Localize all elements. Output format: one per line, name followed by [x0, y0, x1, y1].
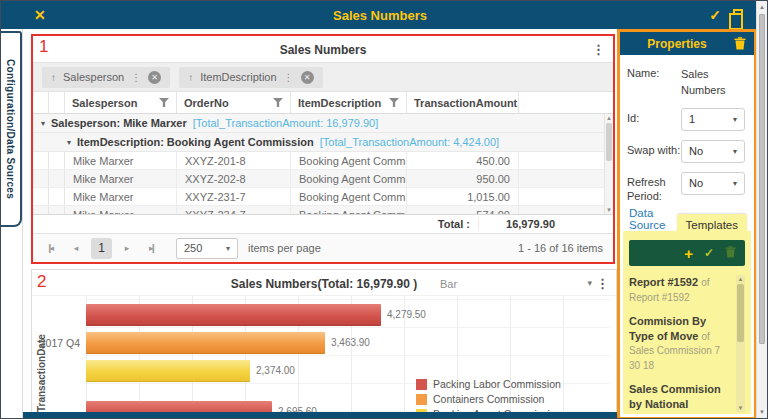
group-chip-salesperson[interactable]: ↑ Salesperson ⋮ ✕: [42, 67, 170, 88]
total-label: Total :: [33, 218, 479, 230]
column-header-transactionamount[interactable]: TransactionAmount: [407, 92, 519, 113]
copy-icon[interactable]: [733, 9, 743, 22]
scroll-down-icon[interactable]: ▼: [736, 405, 745, 411]
grid-vertical-scrollbar[interactable]: ▲ ▼: [604, 114, 613, 214]
filter-icon[interactable]: [159, 98, 169, 107]
last-page-button[interactable]: ▸❙: [142, 239, 160, 257]
chevron-down-icon: ▾: [733, 115, 737, 124]
items-per-page-label: items per page: [248, 242, 321, 254]
table-row[interactable]: Mike Marxer XXYZ-202-8 Booking Agent Com…: [33, 170, 613, 188]
refresh-period-select[interactable]: No ▾: [681, 172, 745, 195]
category-label: 2017 Q4: [38, 337, 80, 349]
chart-menu-icon[interactable]: ⋮: [596, 276, 609, 291]
chart-panel: Sales Numbers(Total: 16,979.90 ) Bar ▾ ⋮…: [31, 269, 617, 413]
window-bottom-frame: [23, 412, 617, 419]
y-axis-title: TransactionDate: [36, 302, 47, 412]
chart-legend: Packing Labor Commission Containers Comm…: [416, 378, 561, 413]
page-size-select[interactable]: 250 ▾: [176, 238, 238, 259]
properties-title: Properties: [620, 37, 734, 51]
templates-panel: + ✓ Report #1592 of Report #1592 Commisi…: [623, 231, 751, 414]
templates-list: Report #1592 of Report #1592 Commision B…: [629, 275, 745, 414]
id-select[interactable]: 1 ▾: [681, 108, 745, 131]
bar-value-label: 4,279.50: [387, 309, 426, 320]
first-page-button[interactable]: ❙◂: [43, 239, 61, 257]
field-id: Id: 1 ▾: [627, 108, 747, 131]
legend-swatch-red: [416, 379, 427, 390]
chart-panel-header: Sales Numbers(Total: 16,979.90 ) Bar ▾ ⋮: [32, 270, 616, 296]
remove-group-icon[interactable]: ✕: [148, 71, 161, 84]
name-value: Sales Numbers: [681, 63, 743, 99]
group-row-salesperson[interactable]: ▾ Salesperson: Mike Marxer [Total_Transa…: [33, 114, 613, 133]
window-vertical-scrollbar[interactable]: ▲ ▼: [756, 1, 767, 418]
scroll-up-icon[interactable]: ▲: [736, 276, 745, 282]
annotation-number-1: 1: [39, 37, 48, 57]
group-chip-itemdescription[interactable]: ↑ ItemDescription ⋮ ✕: [179, 67, 322, 88]
expand-column: [33, 92, 49, 113]
bar-chart: TransactionDate 4,279.50 3,463.90 2017 Q…: [32, 296, 616, 412]
chevron-down-icon: ▾: [733, 147, 737, 156]
chip-menu-icon[interactable]: ⋮: [131, 72, 141, 83]
grid-title: Sales Numbers: [33, 43, 613, 57]
total-value: 16,979.90: [479, 218, 555, 230]
annotation-box-grid: 1 Sales Numbers ⋮ ↑ Salesperson ⋮ ✕ ↑ It…: [31, 34, 615, 264]
scroll-up-icon[interactable]: ▲: [757, 4, 767, 10]
sort-asc-icon: ↑: [188, 72, 193, 83]
column-header-salesperson[interactable]: Salesperson: [65, 92, 177, 113]
grid-pager: ❙◂ ◂ 1 ▸ ▸❙ 250 ▾ items per page 1 - 16 …: [33, 234, 613, 262]
grid-menu-icon[interactable]: ⋮: [592, 42, 605, 57]
confirm-icon[interactable]: ✓: [709, 7, 721, 23]
current-page-button[interactable]: 1: [91, 238, 112, 259]
scrollbar-thumb[interactable]: [737, 284, 744, 342]
add-template-icon[interactable]: +: [684, 246, 693, 261]
configuration-data-sources-tab[interactable]: Configuration/Data Sources: [1, 31, 22, 227]
configuration-data-sources-label: Configuration/Data Sources: [5, 59, 16, 199]
bar-containers-q4[interactable]: 3,463.90 2017 Q4: [86, 332, 325, 354]
chevron-down-icon: ▾: [226, 244, 230, 253]
legend-item[interactable]: Containers Commission: [416, 393, 561, 405]
grid-column-headers: Salesperson OrderNo ItemDescription Tran…: [33, 92, 613, 114]
column-header-itemdescription[interactable]: ItemDescription: [291, 92, 407, 113]
column-header-orderno[interactable]: OrderNo: [177, 92, 291, 113]
chart-type-select[interactable]: Bar: [440, 278, 457, 290]
scroll-down-icon[interactable]: ▼: [605, 207, 613, 213]
table-row[interactable]: Mike Marxer XXYZ-201-8 Booking Agent Com…: [33, 152, 613, 170]
bar-packing-labor-q4[interactable]: 4,279.50: [86, 304, 381, 326]
templates-scrollbar[interactable]: ▲ ▼: [736, 275, 745, 412]
properties-panel: Properties Name: Sales Numbers Id: 1 ▾ S…: [617, 29, 757, 419]
scrollbar-thumb[interactable]: [759, 14, 765, 344]
delete-template-icon[interactable]: [725, 246, 736, 260]
grid-panel: Sales Numbers ⋮ ↑ Salesperson ⋮ ✕ ↑ Item…: [33, 36, 613, 262]
chevron-down-icon[interactable]: ▾: [587, 278, 592, 288]
grid-group-bar: ↑ Salesperson ⋮ ✕ ↑ ItemDescription ⋮ ✕: [33, 62, 613, 92]
window-title: Sales Numbers: [1, 8, 759, 23]
list-item[interactable]: Sales Commision by National Account of S…: [629, 382, 733, 414]
chevron-down-icon: ▾: [733, 179, 737, 188]
bar-booking-agent-q4[interactable]: 2,374.00: [86, 360, 250, 382]
filter-icon[interactable]: [273, 98, 283, 107]
apply-template-icon[interactable]: ✓: [704, 246, 714, 260]
list-item[interactable]: Report #1592 of Report #1592: [629, 275, 733, 305]
table-row[interactable]: Mike Marxer XXYZ-234-7 Booking Agent Com…: [33, 206, 613, 214]
delete-icon[interactable]: [734, 37, 746, 52]
list-item[interactable]: Commision By Type of Move of Sales Commi…: [629, 314, 733, 373]
next-page-button[interactable]: ▸: [118, 239, 136, 257]
collapse-icon[interactable]: ▾: [41, 119, 45, 128]
legend-swatch-orange: [416, 394, 427, 405]
swap-with-select[interactable]: No ▾: [681, 140, 745, 163]
legend-item[interactable]: Packing Labor Commission: [416, 378, 561, 390]
expand-column: [49, 92, 65, 113]
scroll-down-icon[interactable]: ▼: [757, 409, 767, 415]
scrollbar-thumb[interactable]: [606, 123, 612, 161]
properties-body: Name: Sales Numbers Id: 1 ▾ Swap with: N…: [620, 55, 754, 236]
table-row[interactable]: Mike Marxer XXYZ-231-7 Booking Agent Com…: [33, 188, 613, 206]
chart-title: Sales Numbers(Total: 16,979.90 ): [32, 277, 616, 291]
grid-rows-viewport: ▾ Salesperson: Mike Marxer [Total_Transa…: [33, 114, 613, 214]
chip-menu-icon[interactable]: ⋮: [284, 72, 294, 83]
grid-total-row: Total : 16,979.90: [33, 214, 613, 234]
group-row-itemdescription[interactable]: ▾ ItemDescription: Booking Agent Commiss…: [33, 133, 613, 152]
scroll-up-icon[interactable]: ▲: [605, 115, 613, 121]
collapse-icon[interactable]: ▾: [67, 138, 71, 147]
previous-page-button[interactable]: ◂: [67, 239, 85, 257]
remove-group-icon[interactable]: ✕: [301, 71, 314, 84]
filter-icon[interactable]: [389, 98, 399, 107]
